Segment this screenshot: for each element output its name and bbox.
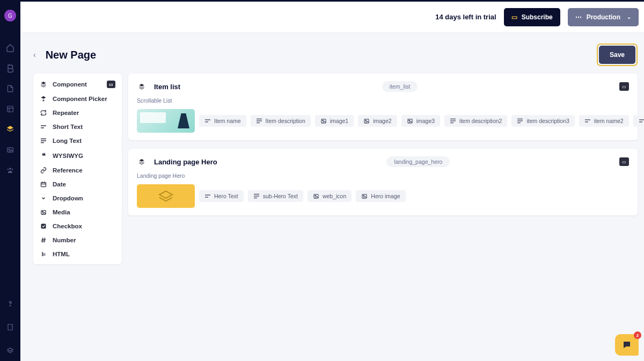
component-subtitle: Scrollable List [137, 97, 629, 104]
long-icon [40, 138, 47, 143]
avatar[interactable]: G [4, 10, 16, 21]
vertical-nav: G [0, 0, 20, 361]
image-icon [407, 118, 413, 124]
svg-point-32 [322, 120, 323, 121]
field-chip[interactable]: web_icon [308, 190, 352, 202]
short-icon [584, 118, 591, 124]
component-title: Item list [154, 83, 180, 91]
field-type-repeater[interactable]: Repeater [33, 106, 122, 120]
image-icon [320, 118, 327, 124]
field-type-dropdown[interactable]: Dropdown [33, 191, 122, 205]
field-chip[interactable]: item name2 [579, 115, 629, 127]
field-type-number[interactable]: Number [33, 233, 122, 247]
image-icon [313, 193, 319, 199]
short-icon [204, 193, 211, 199]
svg-line-24 [42, 238, 43, 243]
field-type-media[interactable]: Media [33, 205, 122, 219]
svg-rect-21 [41, 224, 46, 229]
nav-help-icon[interactable] [4, 298, 16, 309]
svg-point-55 [363, 195, 364, 196]
field-type-checkbox[interactable]: Checkbox [33, 219, 122, 233]
back-button[interactable]: ‹ [33, 50, 36, 59]
short-icon [639, 118, 644, 124]
field-chip[interactable]: Hero Text [199, 190, 244, 202]
nav-docs-icon[interactable] [4, 321, 16, 333]
layers-icon [137, 157, 147, 167]
field-chip[interactable]: Item name [199, 115, 246, 127]
environment-dropdown[interactable]: ⋯ Production ⌄ [568, 8, 639, 26]
short-icon [40, 124, 47, 129]
field-chip[interactable]: item name3 [633, 115, 644, 127]
short-icon [204, 118, 211, 124]
page-header: ‹ New Page Save [20, 33, 644, 74]
field-chip[interactable]: Item description [251, 115, 311, 127]
trial-text: 14 days left in trial [435, 13, 496, 21]
svg-rect-31 [321, 119, 326, 122]
field-type-short-text[interactable]: Short Text [33, 120, 122, 134]
svg-point-8 [10, 306, 10, 306]
picker-icon [40, 96, 47, 102]
subscribe-button[interactable]: ▭ Subscribe [504, 8, 560, 26]
component-count-icon: ▭ [107, 81, 115, 88]
layers-icon [40, 81, 47, 88]
svg-point-36 [408, 120, 409, 121]
component-title: Landing page Hero [154, 158, 217, 166]
nav-stack-icon[interactable] [4, 345, 16, 357]
field-type-component-picker[interactable]: Component Picker [33, 92, 122, 106]
calendar-icon [40, 181, 47, 187]
save-highlight: Save [597, 44, 638, 66]
image-icon [363, 118, 370, 124]
field-type-wysiwyg[interactable]: ❝WYSIWYG [33, 148, 122, 163]
component-card: Landing page Herolanding_page_hero▭Landi… [128, 149, 638, 215]
chat-fab[interactable]: 2 [615, 334, 639, 356]
nav-home-icon[interactable] [4, 42, 16, 54]
nav-media-icon[interactable] [4, 144, 16, 156]
component-subtitle: Landing page Hero [137, 172, 629, 179]
long-icon [450, 118, 456, 124]
nav-collections-icon[interactable] [4, 103, 16, 115]
component-menu-icon[interactable]: ▭ [619, 82, 629, 91]
field-chip[interactable]: image1 [315, 115, 354, 127]
svg-point-34 [365, 120, 367, 121]
component-menu-icon[interactable]: ▭ [619, 157, 629, 166]
field-chip[interactable]: Hero image [356, 190, 405, 202]
long-icon [253, 193, 260, 199]
repeat-icon [40, 110, 47, 116]
top-bar: 14 days left in trial ▭ Subscribe ⋯ Prod… [20, 2, 644, 33]
field-chip[interactable]: item description2 [444, 115, 507, 127]
svg-rect-9 [8, 324, 12, 330]
svg-rect-15 [41, 183, 46, 187]
nav-components-icon[interactable] [4, 124, 16, 135]
layers-icon [137, 82, 147, 91]
field-type-long-text[interactable]: Long Text [33, 134, 122, 148]
long-icon [517, 118, 523, 124]
long-icon [256, 118, 262, 124]
svg-rect-54 [362, 194, 367, 198]
check-icon [40, 223, 47, 229]
field-type-reference[interactable]: Reference [33, 163, 122, 177]
svg-point-6 [8, 169, 9, 170]
svg-point-53 [315, 195, 316, 196]
svg-point-4 [9, 149, 10, 150]
field-type-html[interactable]: I≡HTML [33, 247, 122, 261]
field-chip[interactable]: item description3 [511, 115, 574, 127]
dots-icon: ⋯ [575, 13, 582, 21]
link-icon [40, 167, 47, 174]
image-icon [361, 193, 368, 199]
field-type-panel: Component▭Component PickerRepeaterShort … [33, 74, 122, 264]
svg-rect-33 [364, 119, 369, 122]
component-thumbnail [137, 184, 195, 208]
field-type-date[interactable]: Date [33, 177, 122, 191]
nav-users-icon[interactable] [4, 164, 16, 176]
svg-point-5 [9, 168, 11, 170]
nav-pages-icon[interactable] [4, 83, 16, 95]
svg-line-25 [44, 238, 45, 243]
quote-icon: ❝ [40, 151, 47, 160]
save-button[interactable]: Save [599, 46, 635, 64]
field-chip[interactable]: image3 [401, 115, 440, 127]
field-chip[interactable]: image2 [358, 115, 397, 127]
nav-blog-icon[interactable] [4, 62, 16, 74]
field-type-component[interactable]: Component▭ [33, 77, 122, 92]
field-chip[interactable]: sub-Hero Text [248, 190, 303, 202]
credit-card-icon: ▭ [511, 13, 517, 21]
